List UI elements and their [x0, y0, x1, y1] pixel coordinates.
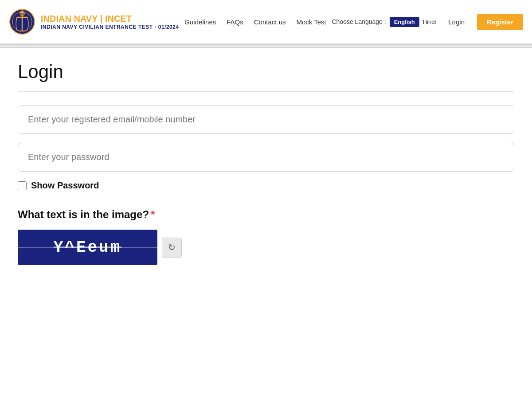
header-separator [0, 44, 532, 48]
site-header: INDIAN NAVY | INCET INDIAN NAVY CIVILIAN… [0, 0, 532, 44]
captcha-row: Y^Eeum ↻ [18, 230, 514, 265]
logo-section: INDIAN NAVY | INCET INDIAN NAVY CIVILIAN… [9, 6, 179, 37]
captcha-noise [18, 247, 157, 248]
choose-language-label: Choose Language : [332, 18, 386, 25]
show-password-row: Show Password [18, 180, 514, 191]
page-title-section: Login [18, 48, 514, 92]
nav-mock-test[interactable]: Mock Test [296, 18, 326, 26]
nav-contact-us[interactable]: Contact us [254, 18, 286, 26]
main-content: Login Show Password What text is in the … [0, 48, 532, 399]
password-input[interactable] [18, 143, 514, 172]
email-input[interactable] [18, 105, 514, 134]
logo-subtitle: INDIAN NAVY CIVILIAN ENTRANCE TEST - 01/… [41, 24, 179, 30]
captcha-refresh-button[interactable]: ↻ [162, 238, 182, 258]
show-password-checkbox[interactable] [18, 181, 27, 190]
logo-text: INDIAN NAVY | INCET INDIAN NAVY CIVILIAN… [41, 14, 179, 30]
logo-title: INDIAN NAVY | INCET [41, 14, 179, 24]
language-section: Choose Language : English Hindi [332, 17, 436, 27]
register-button[interactable]: Register [477, 14, 523, 30]
show-password-label[interactable]: Show Password [31, 180, 99, 191]
main-nav: Guidelines FAQs Contact us Mock Test [184, 18, 326, 26]
login-form: Show Password What text is in the image?… [18, 105, 514, 265]
nav-faqs[interactable]: FAQs [227, 18, 243, 26]
login-button[interactable]: Login [443, 15, 470, 29]
nav-guidelines[interactable]: Guidelines [184, 18, 216, 26]
navy-emblem [9, 6, 35, 37]
page-title: Login [18, 61, 514, 82]
captcha-question: What text is in the image?* [18, 208, 514, 221]
lang-hindi-button[interactable]: Hindi [423, 19, 436, 25]
required-star: * [151, 208, 155, 220]
header-right: Choose Language : English Hindi Login Re… [332, 14, 523, 30]
lang-english-button[interactable]: English [390, 17, 419, 27]
captcha-image: Y^Eeum [18, 230, 157, 265]
